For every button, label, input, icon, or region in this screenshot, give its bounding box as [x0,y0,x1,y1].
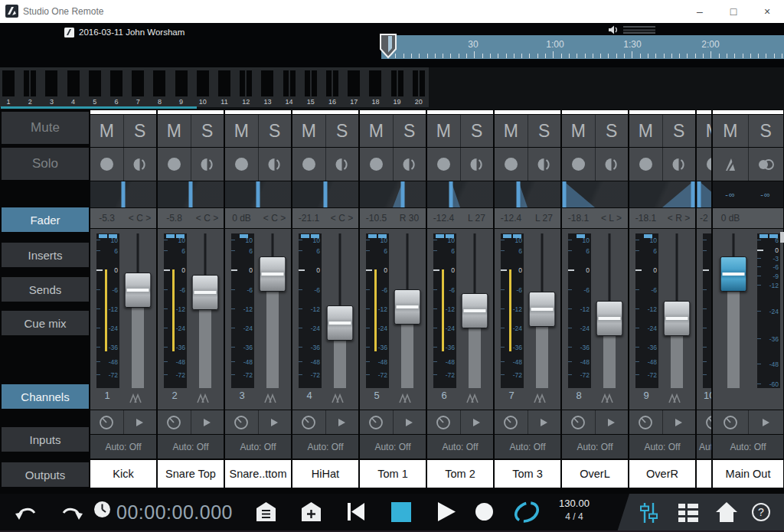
navigator-channel-block[interactable] [391,70,397,96]
volume-value[interactable]: 0 dB [713,213,748,224]
monitor-button[interactable] [596,148,629,181]
navigator-channel-block[interactable] [45,70,57,96]
input-knob-button[interactable] [225,410,258,434]
home-button[interactable] [715,501,738,524]
monitor-button[interactable] [191,148,224,181]
fader[interactable] [394,233,421,388]
solo-button[interactable]: S [394,115,426,147]
record-arm-button[interactable] [562,148,595,181]
master-volume-control[interactable] [609,25,655,34]
record-button[interactable] [475,502,494,521]
redo-button[interactable] [60,503,83,523]
clip-indicator[interactable] [436,234,444,238]
pan-value[interactable]: L 27 [460,213,493,224]
solo-button[interactable]: S [326,115,359,147]
time-display[interactable]: 00:00:00.000 [116,501,233,524]
navigator-channel-block[interactable] [413,70,418,96]
input-knob-button[interactable] [713,410,748,434]
pan-value[interactable]: < C > [325,213,358,224]
channel-name[interactable]: Kick [90,460,156,488]
solo-button[interactable]: S [259,115,292,147]
solo-button[interactable]: S [663,115,696,147]
mute-button[interactable]: M [495,115,528,147]
channel-name[interactable]: Tom 3 [495,460,560,488]
sidebar-item-mute[interactable]: Mute [2,112,89,144]
volume-value[interactable]: -5.3 [90,213,123,224]
play-button[interactable] [437,501,456,522]
monitor-button[interactable] [259,148,292,181]
close-button[interactable]: × [750,0,784,23]
input-knob-button[interactable] [562,410,595,434]
pan-slider[interactable] [360,181,426,207]
solo-button[interactable]: S [191,115,224,147]
clip-indicator[interactable] [760,234,768,238]
automation-mode-button[interactable]: Auto: Off [697,435,711,459]
input-knob-button[interactable] [360,410,393,434]
channel-name[interactable]: HiHat [292,460,358,488]
play-enable-button[interactable] [191,410,224,434]
loop-button[interactable] [511,501,542,523]
sidebar-item-solo[interactable]: Solo [2,148,89,180]
navigator-channel-block[interactable] [305,70,310,96]
channel-name[interactable]: Tom 1 [360,460,426,488]
solo-button[interactable]: S [749,115,784,147]
return-to-start-button[interactable] [346,502,366,521]
play-enable-button[interactable] [259,410,292,434]
fader[interactable] [191,233,219,388]
navigator-channel-block[interactable] [283,70,289,96]
mute-button[interactable]: M [292,115,325,147]
sidebar-item-cue-mix[interactable]: Cue mix [2,311,89,335]
fader-cap[interactable] [529,292,556,327]
pan-value[interactable]: < C > [123,213,156,224]
automation-mode-button[interactable]: Auto: Off [225,435,291,459]
pan-slider[interactable] [697,181,711,207]
navigator-channel-block[interactable] [132,70,144,96]
sidebar-item-sends[interactable]: Sends [2,277,89,302]
play-enable-button[interactable] [663,410,696,434]
automation-mode-button[interactable]: Auto: Off [562,435,628,459]
channel-name[interactable]: Tom 2 [427,460,493,488]
navigator-channel-block[interactable] [218,70,230,96]
navigator-channel-block[interactable] [110,70,122,96]
play-enable-button[interactable] [394,410,426,434]
record-arm-button[interactable] [292,148,325,181]
play-enable-button[interactable] [749,410,784,434]
automation-mode-button[interactable]: Auto: Off [360,435,426,459]
pan-slider[interactable] [562,181,628,207]
channel-name[interactable]: Snare..ttom [225,460,291,488]
fader[interactable] [663,233,691,388]
main-fader[interactable] [720,233,747,388]
solo-button[interactable]: S [461,115,494,147]
mute-button[interactable]: M [713,115,748,147]
mute-button[interactable]: M [225,115,258,147]
volume-value[interactable]: -18.1 [629,213,662,224]
navigator-channel-block[interactable] [348,70,360,96]
help-button[interactable]: ? [751,502,771,522]
record-arm-button[interactable] [158,148,191,181]
navigator-channel-block[interactable] [2,70,15,96]
add-marker-button[interactable] [301,501,322,522]
play-enable-button[interactable] [461,410,494,434]
navigator-channel-block[interactable] [89,70,101,96]
marker-list-button[interactable] [256,501,276,522]
record-arm-button[interactable] [90,148,123,181]
song-tab[interactable]: 2016-03-11 John Worsham [64,26,185,38]
mute-button[interactable]: M [90,115,123,147]
volume-value[interactable]: -12.4 [427,213,460,224]
fader-cap[interactable] [394,289,421,325]
navigator-channel-block[interactable] [326,70,332,96]
clip-indicator[interactable] [166,234,175,238]
mute-button[interactable]: M [629,115,662,147]
pan-value[interactable]: < C > [258,213,291,224]
volume-value[interactable]: -18.1 [562,213,595,224]
volume-slider[interactable] [623,26,655,34]
fader-cap[interactable] [462,293,488,328]
record-arm-button[interactable] [427,148,460,181]
fader[interactable] [326,233,354,388]
fader-cap[interactable] [192,275,219,310]
clip-indicator[interactable] [99,234,107,238]
channel-name[interactable]: Main Out [713,460,783,488]
fader[interactable] [124,233,152,388]
navigator-channel-block[interactable] [67,70,80,96]
pan-slider[interactable] [629,181,695,207]
